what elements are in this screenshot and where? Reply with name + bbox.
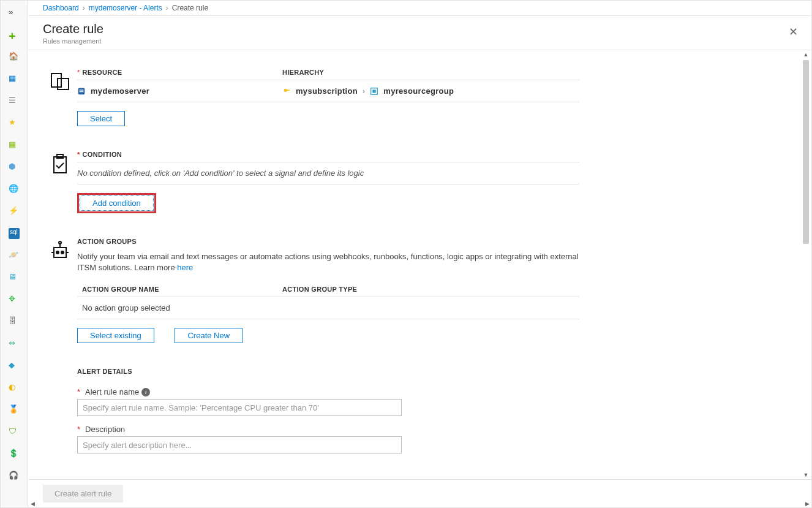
condition-helper-text: No condition defined, click on 'Add cond…	[77, 162, 579, 184]
chevron-right-icon: ›	[166, 4, 168, 12]
hierarchy-header: HIERARCHY	[282, 69, 324, 76]
alert-details-section: ALERT DETAILS * Alert rule name i * Desc…	[28, 368, 811, 460]
svg-rect-0	[51, 74, 61, 87]
subscription-name: mysubscription	[296, 86, 358, 96]
action-groups-header: ACTION GROUPS	[77, 238, 137, 245]
rail-loadbalancer-button[interactable]: ✥	[6, 291, 23, 308]
rail-dashboard-button[interactable]: ▦	[6, 70, 23, 88]
select-resource-button[interactable]: Select	[77, 111, 125, 126]
scroll-right-icon[interactable]: ▶	[803, 499, 811, 508]
star-icon: ★	[9, 118, 20, 129]
rail-vm-button[interactable]: 🖥	[6, 269, 23, 286]
storage-icon: 🗄	[9, 316, 20, 327]
svg-rect-8	[373, 89, 376, 93]
resource-icon	[49, 71, 71, 93]
rail-functions-button[interactable]: ⚡	[6, 203, 23, 220]
rail-security-button[interactable]: 🛡	[6, 423, 23, 441]
globe-icon: 🌐	[9, 184, 20, 195]
cube-icon: ⬢	[9, 162, 20, 173]
rail-storage-button[interactable]: 🗄	[6, 313, 23, 330]
rail-allresources-button[interactable]: ☰	[6, 93, 23, 110]
content-area: *RESOURCE HIERARCHY mydemoserver mysubsc…	[28, 50, 811, 479]
create-new-button[interactable]: Create New	[175, 328, 242, 343]
lightning-icon: ⚡	[9, 206, 20, 217]
svg-rect-9	[54, 157, 66, 173]
ag-col-type: ACTION GROUP TYPE	[282, 286, 579, 293]
rail-globe-button[interactable]: 🌐	[6, 181, 23, 198]
network-icon: ⇔	[9, 338, 20, 349]
resource-header: RESOURCE	[83, 69, 122, 76]
rail-home-button[interactable]: 🏠	[6, 48, 23, 66]
alert-description-input[interactable]	[77, 436, 402, 453]
rail-create-button[interactable]: +	[6, 26, 23, 44]
breadcrumb-dashboard-link[interactable]: Dashboard	[43, 4, 79, 12]
add-condition-button[interactable]: Add condition	[80, 195, 154, 211]
key-icon	[282, 87, 291, 96]
vm-icon: 🖥	[9, 272, 20, 283]
blade-header: Create rule Rules management ✕	[28, 16, 811, 50]
breadcrumb: Dashboard › mydemoserver - Alerts › Crea…	[28, 1, 811, 16]
grid-icon: ▦	[9, 140, 20, 151]
left-nav-rail: » + 🏠 ▦ ☰ ★ ▦ ⬢ 🌐 ⚡ sql 🪐 🖥 ✥ 🗄 ⇔ ◆ ◐ 🏅 …	[1, 1, 28, 507]
rail-advisor-button[interactable]: 🏅	[6, 401, 23, 419]
robot-icon	[49, 240, 71, 262]
ag-empty-text: No action group selected	[77, 303, 282, 313]
plus-icon: +	[9, 29, 20, 40]
rail-aad-button[interactable]: ◆	[6, 357, 23, 374]
app-root: » + 🏠 ▦ ☰ ★ ▦ ⬢ 🌐 ⚡ sql 🪐 🖥 ✥ 🗄 ⇔ ◆ ◐ 🏅 …	[0, 0, 812, 508]
sql-icon: sql	[9, 228, 20, 239]
action-groups-description: Notify your team via email and text mess…	[77, 251, 579, 273]
info-icon[interactable]: i	[141, 388, 150, 396]
horizontal-scrollbar[interactable]: ◀ ▶	[28, 499, 811, 508]
alert-rule-name-label: Alert rule name	[85, 387, 139, 396]
add-condition-highlight: Add condition	[77, 193, 156, 213]
learn-more-link[interactable]: here	[177, 263, 193, 272]
chevron-right-icon: ›	[363, 87, 365, 96]
scroll-up-icon[interactable]: ▲	[802, 50, 810, 59]
rail-favorites-button[interactable]: ★	[6, 115, 23, 132]
select-existing-button[interactable]: Select existing	[77, 328, 154, 343]
main-column: Dashboard › mydemoserver - Alerts › Crea…	[28, 1, 811, 507]
rail-cube-button[interactable]: ⬢	[6, 159, 23, 176]
footer-bar: Create alert rule ◀ ▶	[28, 479, 811, 507]
rail-grid-button[interactable]: ▦	[6, 137, 23, 154]
dashboard-icon: ▦	[9, 74, 20, 85]
resourcegroup-icon	[370, 87, 378, 96]
scroll-down-icon[interactable]: ▼	[802, 471, 810, 479]
clipboard-check-icon	[49, 153, 71, 175]
breadcrumb-parent-link[interactable]: mydemoserver - Alerts	[89, 4, 162, 12]
resource-name: mydemoserver	[91, 86, 149, 96]
list-icon: ☰	[9, 96, 20, 107]
vertical-scrollbar[interactable]: ▲ ▼	[802, 50, 810, 479]
alert-rule-name-input[interactable]	[77, 399, 402, 416]
rail-network-button[interactable]: ⇔	[6, 335, 23, 352]
rail-expand-button[interactable]: »	[6, 4, 23, 21]
breadcrumb-current: Create rule	[172, 4, 208, 12]
planet-icon: 🪐	[9, 250, 20, 261]
chevron-right-double-icon: »	[9, 7, 20, 18]
loadbalancer-icon: ✥	[9, 294, 20, 305]
scroll-thumb[interactable]	[803, 60, 809, 244]
rail-cost-button[interactable]: 💲	[6, 445, 23, 463]
svg-point-13	[61, 251, 64, 254]
support-icon: 🎧	[9, 471, 20, 482]
close-icon: ✕	[789, 25, 798, 39]
home-icon: 🏠	[9, 51, 20, 63]
resourcegroup-name: myresourcegroup	[383, 86, 454, 96]
svg-point-12	[56, 251, 59, 254]
ribbon-icon: 🏅	[9, 404, 20, 415]
condition-header: CONDITION	[83, 151, 122, 158]
rail-help-button[interactable]: 🎧	[6, 468, 23, 485]
ag-empty-row: No action group selected	[77, 297, 579, 319]
condition-section: *CONDITION No condition defined, click o…	[28, 151, 811, 238]
alert-details-header: ALERT DETAILS	[77, 368, 132, 375]
close-button[interactable]: ✕	[786, 25, 800, 39]
scroll-left-icon[interactable]: ◀	[28, 499, 37, 508]
rail-cosmos-button[interactable]: 🪐	[6, 247, 23, 264]
rail-sql-button[interactable]: sql	[6, 225, 23, 242]
svg-rect-1	[58, 78, 69, 89]
page-subtitle: Rules management	[43, 37, 103, 45]
svg-rect-3	[80, 89, 84, 90]
rail-monitor-button[interactable]: ◐	[6, 379, 23, 396]
svg-rect-4	[80, 91, 84, 92]
